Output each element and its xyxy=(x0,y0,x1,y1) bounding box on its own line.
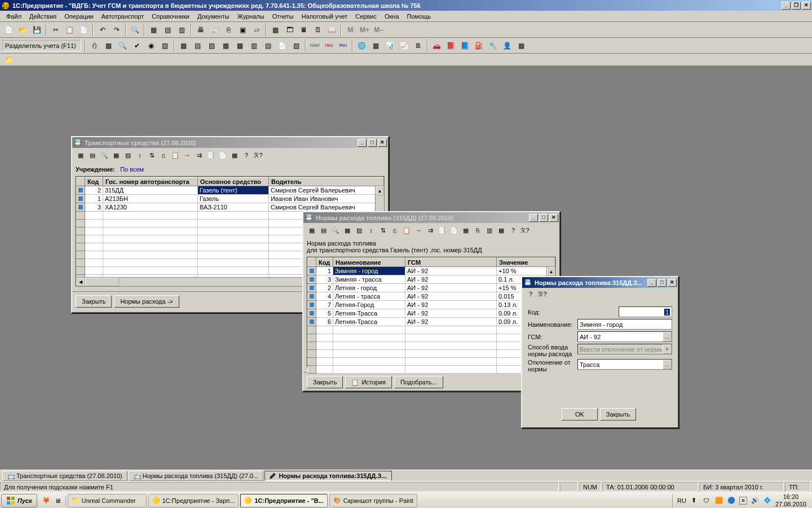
redo-icon[interactable]: ↷ xyxy=(110,24,123,36)
menu-service[interactable]: Сервис xyxy=(351,12,381,21)
wt-icon[interactable]: ▥ xyxy=(484,225,495,235)
mdi-tab-active[interactable]: 🖉Нормы расхода топлива:315ДД.З... xyxy=(264,471,391,481)
wt-icon[interactable]: ▦ xyxy=(76,150,86,160)
history-button[interactable]: 📋История xyxy=(345,376,392,388)
name-field[interactable]: Зимняя - город xyxy=(577,319,672,330)
menu-tax[interactable]: Налоговый учет xyxy=(298,12,352,21)
win-minimize-button[interactable]: _ xyxy=(647,279,656,287)
wt-icon[interactable]: 📋 xyxy=(170,150,180,160)
wt-icon[interactable]: ⇉ xyxy=(194,150,204,160)
col-name[interactable]: Наименование xyxy=(333,258,405,267)
table-row[interactable]: 6Летняя-ТрассаАИ - 920.09 л. xyxy=(308,318,555,326)
wt-icon[interactable]: ↕ xyxy=(135,150,145,160)
wt-icon[interactable]: ⇅ xyxy=(378,225,388,235)
taskbar-task[interactable]: 🟡1С:Предприятие - Зарп... xyxy=(148,494,239,507)
col-gsm[interactable]: ГСМ xyxy=(405,258,497,267)
taskbar-task[interactable]: 🎨Скриншот группы - Paint xyxy=(329,494,417,507)
win-maximize-button[interactable]: □ xyxy=(368,139,377,147)
start-button[interactable]: Пуск xyxy=(1,494,37,507)
scroll-up-icon[interactable]: ▲ xyxy=(547,267,555,276)
tb2-icon-4[interactable]: ✔ xyxy=(130,40,143,52)
tb2-icon-21[interactable]: 📈 xyxy=(398,40,411,52)
close-button[interactable]: Закрыть xyxy=(76,295,112,308)
col-code[interactable]: Код xyxy=(85,177,103,186)
undo-icon[interactable]: ↶ xyxy=(96,24,109,36)
globe-icon[interactable]: 🌐 xyxy=(355,40,368,52)
institution-value[interactable]: По всем xyxy=(120,166,144,173)
folder-yellow-icon[interactable]: 📁 xyxy=(2,54,15,66)
tb-icon-b[interactable]: ▤ xyxy=(161,24,174,36)
tb-icon-d[interactable]: ⎘ xyxy=(222,24,235,36)
taskbar-task[interactable]: 📁Unreal Commander xyxy=(68,494,147,507)
tb2-icon-8[interactable]: ▤ xyxy=(191,40,204,52)
table-row[interactable]: 1 А213БН Газель Иванов Иван Иванович xyxy=(77,195,384,203)
table-row[interactable]: 2 315ДД Газель (тент) Смирнов Сергей Вал… xyxy=(77,186,384,195)
tb2-icon-5[interactable]: ◉ xyxy=(144,40,157,52)
col-asset[interactable]: Основное средство xyxy=(198,177,269,186)
help-icon[interactable]: ? xyxy=(508,225,518,235)
wt-icon[interactable]: 📄 xyxy=(218,150,228,160)
mdi-tab[interactable]: 📇Транспортные средства (27.08.2010) xyxy=(2,471,127,481)
car-icon[interactable]: 🚗 xyxy=(430,40,443,52)
whatsthis-icon[interactable]: ℛ? xyxy=(520,225,530,235)
wt-icon[interactable]: 🔍 xyxy=(330,225,341,235)
wt-icon[interactable]: ▦ xyxy=(230,150,240,160)
wt-icon[interactable]: ⎘ xyxy=(473,225,483,235)
print-icon[interactable]: 🖶 xyxy=(194,24,207,36)
wt-icon[interactable]: ⎌ xyxy=(390,225,400,235)
close-button[interactable]: ✕ xyxy=(802,2,811,10)
menu-journals[interactable]: Журналы xyxy=(233,12,268,21)
tray-ti-icon[interactable]: ti xyxy=(739,497,747,505)
preview-icon[interactable]: 📰 xyxy=(208,24,221,36)
wt-icon[interactable]: ▦ xyxy=(342,225,352,235)
tb2-icon-11[interactable]: ▩ xyxy=(233,40,246,52)
calendar-icon[interactable]: 🗓 xyxy=(311,24,324,36)
tray-icon[interactable]: 🟧 xyxy=(714,496,723,505)
menu-references[interactable]: Справочники xyxy=(148,12,193,21)
whatsthis-icon[interactable]: ℛ? xyxy=(537,289,548,299)
find-icon[interactable]: 🔍 xyxy=(129,24,142,36)
menu-help[interactable]: Помощь xyxy=(403,12,435,21)
win-maximize-button[interactable]: □ xyxy=(539,214,548,222)
tb2-icon-16[interactable]: ПЛАТ xyxy=(308,40,321,52)
close-button[interactable]: Закрыть xyxy=(600,408,636,421)
lookup-button[interactable]: … xyxy=(663,332,672,341)
tb2-icon-19[interactable]: ▦ xyxy=(369,40,382,52)
tb-icon-g[interactable]: ▦ xyxy=(269,24,282,36)
menu-windows[interactable]: Окна xyxy=(381,12,403,21)
win-minimize-button[interactable]: _ xyxy=(529,214,538,222)
col-value[interactable]: Значение xyxy=(497,258,555,267)
win-minimize-button[interactable]: _ xyxy=(358,139,367,147)
wt-icon[interactable]: ⇅ xyxy=(147,150,157,160)
window-norm-edit-titlebar[interactable]: 📇 Нормы расхода топлива:315ДД.З... _ □ ✕ xyxy=(522,277,678,288)
firefox-icon[interactable]: 🦊 xyxy=(41,496,51,506)
win-close-button[interactable]: ✕ xyxy=(668,279,677,287)
win-close-button[interactable]: ✕ xyxy=(378,139,387,147)
wt-icon[interactable]: ⎌ xyxy=(158,150,169,160)
tray-volume-icon[interactable]: 🔊 xyxy=(751,496,760,505)
tb2-icon-3[interactable]: 🔍 xyxy=(116,40,129,52)
wt-icon[interactable]: ▤ xyxy=(319,225,329,235)
help-book-icon[interactable]: 📖 xyxy=(325,24,338,36)
tb2-icon-12[interactable]: ▥ xyxy=(248,40,261,52)
cut-icon[interactable]: ✂ xyxy=(49,24,62,36)
paste-icon[interactable]: 📄 xyxy=(77,24,90,36)
col-num[interactable]: Гос. номер автотранспорта xyxy=(103,177,198,186)
pick-button[interactable]: Подобрать... xyxy=(394,376,443,388)
close-button[interactable]: Закрыть xyxy=(307,376,343,388)
m-minus-icon[interactable]: M– xyxy=(372,24,385,36)
tray-shield-icon[interactable]: 🛡 xyxy=(702,496,711,505)
tb2-icon-25[interactable]: ⛽ xyxy=(473,40,486,52)
person-icon[interactable]: 👤 xyxy=(501,40,514,52)
menu-file[interactable]: Файл xyxy=(2,12,25,21)
help-icon[interactable]: ? xyxy=(526,289,536,299)
wt-icon[interactable]: 📑 xyxy=(437,225,447,235)
tb-icon-a[interactable]: ▦ xyxy=(147,24,160,36)
ok-button[interactable]: OK xyxy=(562,408,598,421)
wt-icon[interactable]: ▦ xyxy=(461,225,471,235)
tb-icon-e[interactable]: ▣ xyxy=(236,24,249,36)
tb2-icon-6[interactable]: ▧ xyxy=(158,40,171,52)
m-icon[interactable]: M xyxy=(344,24,357,36)
norms-grid[interactable]: Код Наименование ГСМ Значение 1 Зимняя -… xyxy=(307,257,556,367)
col-code[interactable]: Код xyxy=(316,258,333,267)
